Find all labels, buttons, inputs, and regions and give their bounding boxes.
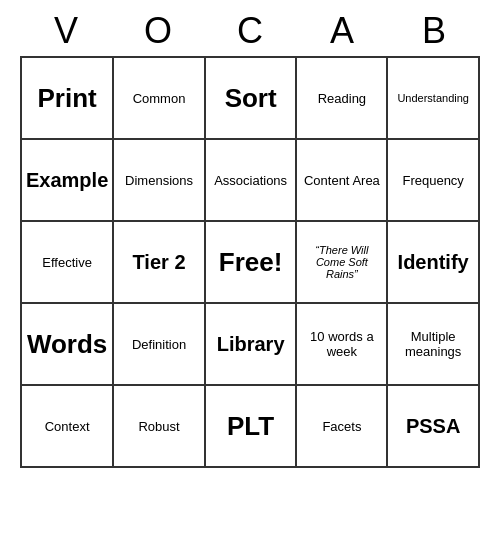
cell-r3-c3: 10 words a week: [296, 303, 387, 385]
cell-r0-c2: Sort: [205, 57, 297, 139]
cell-r2-c1: Tier 2: [113, 221, 205, 303]
title-letter-o: O: [112, 10, 204, 52]
cell-r2-c4: Identify: [387, 221, 479, 303]
title-row: V O C A B: [20, 10, 480, 52]
cell-r0-c4: Understanding: [387, 57, 479, 139]
cell-r1-c2: Associations: [205, 139, 297, 221]
cell-r3-c1: Definition: [113, 303, 205, 385]
cell-r4-c4: PSSA: [387, 385, 479, 467]
cell-r4-c1: Robust: [113, 385, 205, 467]
cell-r4-c2: PLT: [205, 385, 297, 467]
title-letter-b: B: [388, 10, 480, 52]
title-letter-c: C: [204, 10, 296, 52]
cell-r0-c3: Reading: [296, 57, 387, 139]
cell-r4-c3: Facets: [296, 385, 387, 467]
cell-r0-c1: Common: [113, 57, 205, 139]
cell-r3-c4: Multiple meanings: [387, 303, 479, 385]
cell-r1-c0: Example: [21, 139, 113, 221]
cell-r3-c0: Words: [21, 303, 113, 385]
cell-r1-c3: Content Area: [296, 139, 387, 221]
cell-r2-c2: Free!: [205, 221, 297, 303]
cell-r0-c0: Print: [21, 57, 113, 139]
title-letter-a: A: [296, 10, 388, 52]
title-letter-v: V: [20, 10, 112, 52]
cell-r1-c1: Dimensions: [113, 139, 205, 221]
cell-r2-c3: “There Will Come Soft Rains”: [296, 221, 387, 303]
bingo-grid: PrintCommonSortReadingUnderstandingExamp…: [20, 56, 480, 468]
cell-r3-c2: Library: [205, 303, 297, 385]
cell-r2-c0: Effective: [21, 221, 113, 303]
cell-r4-c0: Context: [21, 385, 113, 467]
cell-r1-c4: Frequency: [387, 139, 479, 221]
